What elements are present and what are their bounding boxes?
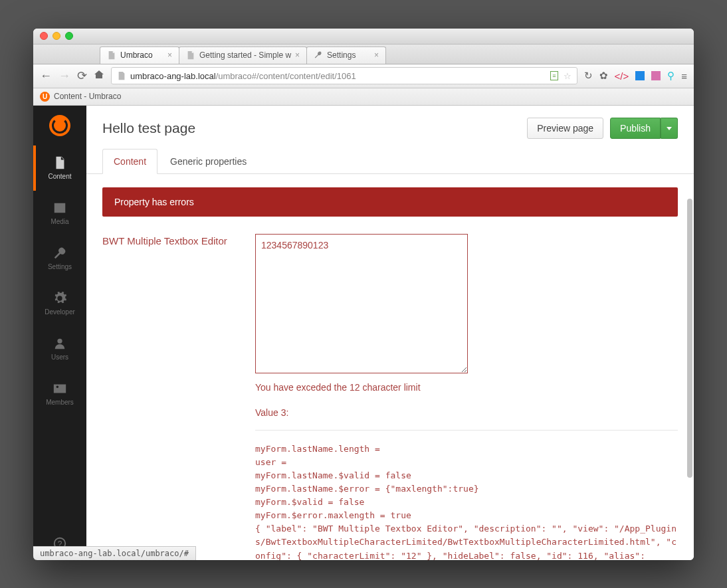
tab-title: Umbraco bbox=[120, 50, 153, 60]
page-title: Hello test page bbox=[102, 120, 195, 136]
validation-error-message: You have exceded the 12 character limit bbox=[255, 382, 678, 393]
bookmark-item[interactable]: Content - Umbraco bbox=[54, 92, 121, 101]
sidebar-nav: Content Media Settings Developer Users bbox=[33, 146, 86, 417]
multiple-textbox-input[interactable] bbox=[255, 234, 468, 373]
gear-icon bbox=[52, 291, 67, 306]
sidebar-item-content[interactable]: Content bbox=[33, 146, 86, 191]
value-count-label: Value 3: bbox=[255, 407, 678, 418]
ext-icon[interactable]: ⚲ bbox=[667, 70, 675, 82]
gear-icon[interactable]: ✿ bbox=[599, 70, 608, 82]
scrollbar-thumb[interactable] bbox=[687, 199, 692, 478]
close-tab-icon[interactable]: × bbox=[295, 50, 300, 60]
traffic-lights bbox=[40, 32, 73, 40]
home-button[interactable] bbox=[94, 69, 104, 83]
back-button[interactable]: ← bbox=[40, 69, 52, 83]
publish-button-group: Publish bbox=[610, 118, 678, 139]
sidebar-item-label: Users bbox=[51, 353, 68, 361]
sidebar-item-label: Members bbox=[46, 399, 74, 406]
umbraco-app: Content Media Settings Developer Users bbox=[33, 106, 694, 560]
titlebar bbox=[33, 29, 694, 45]
sidebar-item-settings[interactable]: Settings bbox=[33, 236, 86, 281]
refresh-ext-icon[interactable]: ↻ bbox=[584, 70, 593, 82]
page-icon bbox=[117, 71, 126, 80]
url-path: /umbraco#/content/content/edit/1061 bbox=[216, 71, 356, 81]
property-row: BWT Multiple Textbox Editor You have exc… bbox=[102, 234, 678, 560]
publish-button[interactable]: Publish bbox=[610, 118, 661, 139]
browser-toolbar: ← → ⟳ umbraco-ang-lab.local/umbraco#/con… bbox=[33, 64, 694, 88]
tab-title: Getting started - Simple w bbox=[199, 50, 291, 60]
image-icon bbox=[52, 201, 67, 215]
tab-generic-properties[interactable]: Generic properties bbox=[159, 149, 258, 174]
devtools-icon[interactable]: </> bbox=[615, 70, 629, 82]
browser-tab[interactable]: Umbraco × bbox=[100, 47, 179, 64]
tab-content[interactable]: Content bbox=[102, 149, 157, 174]
wrench-icon bbox=[314, 50, 323, 60]
sidebar-item-label: Content bbox=[48, 173, 71, 180]
url-bar[interactable]: umbraco-ang-lab.local/umbraco#/content/c… bbox=[111, 67, 577, 84]
browser-tab[interactable]: Getting started - Simple w × bbox=[179, 47, 307, 64]
browser-tab[interactable]: Settings × bbox=[306, 47, 386, 64]
sidebar-item-media[interactable]: Media bbox=[33, 191, 86, 236]
preview-button[interactable]: Preview page bbox=[527, 118, 603, 139]
sidebar-item-developer[interactable]: Developer bbox=[33, 281, 86, 326]
sidebar-item-label: Media bbox=[51, 218, 68, 225]
url-host: umbraco-ang-lab.local bbox=[130, 71, 216, 81]
minimize-window-button[interactable] bbox=[52, 32, 60, 40]
close-tab-icon[interactable]: × bbox=[374, 50, 379, 60]
umbraco-logo[interactable] bbox=[33, 106, 86, 146]
chevron-down-icon bbox=[667, 126, 672, 131]
wrench-icon bbox=[52, 246, 67, 260]
page-icon bbox=[107, 50, 116, 60]
debug-output: myForm.lastName.length = user = myForm.l… bbox=[255, 442, 678, 560]
id-card-icon bbox=[52, 381, 67, 396]
main-panel: Hello test page Preview page Publish Con… bbox=[86, 106, 694, 560]
umbraco-icon: U bbox=[40, 92, 50, 102]
sidebar-item-members[interactable]: Members bbox=[33, 371, 86, 417]
page-icon bbox=[186, 50, 195, 60]
sidebar-item-users[interactable]: Users bbox=[33, 326, 86, 371]
property-label: BWT Multiple Textbox Editor bbox=[102, 234, 242, 560]
tab-title: Settings bbox=[327, 50, 356, 60]
reader-icon[interactable]: ≡ bbox=[550, 71, 558, 80]
page-header: Hello test page Preview page Publish bbox=[86, 106, 694, 139]
browser-status-bar: umbraco-ang-lab.local/umbraco/# bbox=[33, 546, 196, 560]
browser-window: Umbraco × Getting started - Simple w × S… bbox=[33, 29, 694, 560]
browser-tab-strip: Umbraco × Getting started - Simple w × S… bbox=[33, 45, 694, 64]
bookmarks-bar: U Content - Umbraco bbox=[33, 88, 694, 106]
publish-dropdown-toggle[interactable] bbox=[661, 118, 678, 139]
close-window-button[interactable] bbox=[40, 32, 48, 40]
error-alert: Property has errors bbox=[102, 187, 678, 217]
ext-icon[interactable] bbox=[635, 71, 645, 80]
star-icon[interactable]: ☆ bbox=[564, 71, 571, 81]
zoom-window-button[interactable] bbox=[65, 32, 73, 40]
content-area: Property has errors BWT Multiple Textbox… bbox=[86, 174, 694, 560]
sidebar-item-label: Settings bbox=[48, 263, 72, 270]
separator bbox=[255, 430, 678, 431]
user-icon bbox=[52, 336, 67, 351]
ext-icon[interactable] bbox=[651, 71, 661, 80]
content-tabs: Content Generic properties bbox=[86, 139, 694, 174]
forward-button[interactable]: → bbox=[58, 69, 70, 83]
sidebar: Content Media Settings Developer Users bbox=[33, 106, 86, 560]
extension-icons: ↻ ✿ </> ⚲ ≡ bbox=[584, 70, 687, 82]
chrome-menu-icon[interactable]: ≡ bbox=[681, 70, 687, 82]
close-tab-icon[interactable]: × bbox=[167, 50, 172, 60]
sidebar-item-label: Developer bbox=[45, 308, 75, 316]
reload-button[interactable]: ⟳ bbox=[77, 68, 87, 83]
property-body: You have exceded the 12 character limit … bbox=[255, 234, 678, 560]
document-icon bbox=[52, 155, 67, 170]
